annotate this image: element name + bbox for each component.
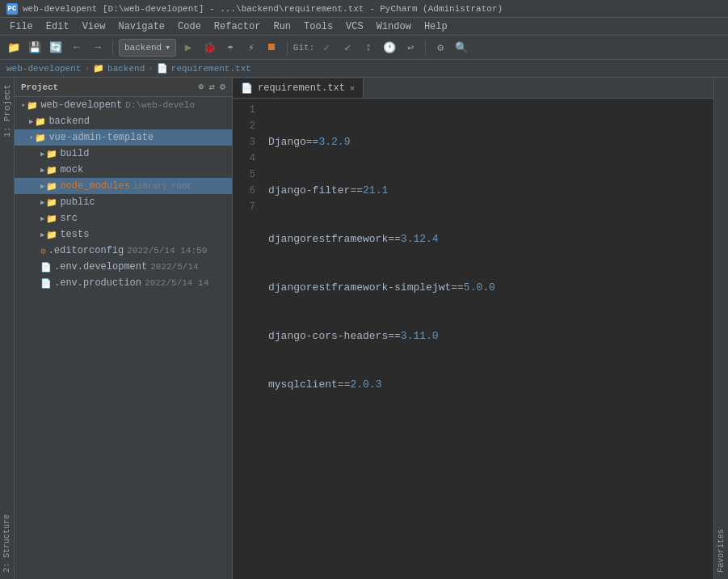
tab-requirement-txt[interactable]: 📄 requirement.txt ✕ [233, 78, 364, 98]
tree-node-modules[interactable]: ▶ 📁 node_modules library root [15, 178, 232, 194]
tree-env-dev[interactable]: 📄 .env.development 2022/5/14 [15, 259, 232, 275]
menu-code[interactable]: Code [171, 19, 208, 34]
folder-icon: 📁 [46, 213, 57, 224]
menu-file[interactable]: File [3, 19, 40, 34]
breadcrumb-root[interactable]: web-developent [6, 64, 81, 74]
folder-icon: 📁 [35, 116, 46, 127]
panel-settings-icon[interactable]: ⚙ [220, 81, 225, 93]
menu-edit[interactable]: Edit [40, 19, 76, 34]
folder-icon: 📁 [35, 133, 46, 143]
panel-header-icons: ⊕ ⇄ ⚙ [198, 81, 225, 93]
arrow-icon: ▾ [29, 133, 33, 142]
menu-refactor[interactable]: Refactor [208, 19, 267, 34]
tree-public-label: public [60, 197, 95, 208]
menu-navigate[interactable]: Navigate [112, 19, 171, 34]
main-area: 1: Project 2: Structure Project ⊕ ⇄ ⚙ ▾ … [0, 78, 728, 579]
tree-editorconfig-label: .editorconfig [48, 245, 124, 256]
project-tab-label[interactable]: 1: Project [1, 78, 14, 144]
menu-window[interactable]: Window [370, 19, 418, 34]
tree-node-modules-label: node_modules [60, 180, 129, 192]
toolbar-save-btn[interactable]: 💾 [26, 39, 44, 57]
title-bar: PC web-developent [D:\web-developent] - … [0, 0, 728, 18]
git-check-icon[interactable]: ✓ [318, 39, 335, 57]
line-num-3: 3 [233, 134, 255, 150]
settings-btn[interactable]: ⚙ [431, 39, 449, 57]
tree-build[interactable]: ▶ 📁 build [15, 146, 232, 162]
git-sync-icon[interactable]: ↕ [360, 39, 377, 57]
tree-editorconfig[interactable]: ⚙ .editorconfig 2022/5/14 14:50 [15, 243, 232, 259]
tab-label: requirement.txt [258, 82, 345, 94]
search-btn[interactable]: 🔍 [452, 39, 470, 57]
tab-file-icon: 📄 [241, 82, 253, 95]
panel-sync-icon[interactable]: ⇄ [209, 81, 215, 93]
dropdown-arrow-icon: ▾ [165, 42, 170, 53]
code-line-6: mysqlclient==2.0.3 [268, 377, 707, 393]
breadcrumb-file[interactable]: requirement.txt [171, 64, 251, 74]
git-clock-icon[interactable]: 🕐 [381, 39, 398, 57]
folder-icon: 📁 [27, 100, 38, 111]
git-label: Git: [293, 43, 314, 53]
toolbar-forward-btn[interactable]: → [89, 39, 107, 57]
line-num-2: 2 [233, 118, 255, 134]
folder-icon: 📁 [46, 197, 57, 208]
tree-tests[interactable]: ▶ 📁 tests [15, 226, 232, 243]
breadcrumb-backend[interactable]: backend [107, 64, 145, 74]
run-coverage-btn[interactable]: ☂ [221, 39, 239, 57]
revert-btn[interactable]: ↩ [402, 39, 419, 57]
project-panel-header: Project ⊕ ⇄ ⚙ [15, 78, 232, 97]
toolbar: 📁 💾 🔄 ← → backend ▾ ▶ 🐞 ☂ ⚡ ⏹ Git: ✓ ✔ ↕… [0, 36, 728, 60]
code-line-1: Django==3.2.9 [268, 134, 707, 150]
file-icon: 📄 [40, 262, 52, 273]
structure-tab-label[interactable]: 2: Structure [1, 508, 13, 579]
tree-root[interactable]: ▾ 📁 web-developent D:\web-develo [15, 97, 232, 113]
profile-btn[interactable]: ⚡ [242, 39, 260, 57]
right-tabs-strip: Favorites [713, 78, 728, 579]
toolbar-sep-2 [287, 40, 288, 55]
debug-btn[interactable]: 🐞 [200, 39, 218, 57]
folder-icon: 📁 [46, 230, 57, 240]
menu-bar: File Edit View Navigate Code Refactor Ru… [0, 18, 728, 36]
run-config-label: backend [124, 43, 162, 53]
tree-src[interactable]: ▶ 📁 src [15, 210, 232, 226]
code-line-3: djangorestframework==3.12.4 [268, 231, 707, 247]
menu-vcs[interactable]: VCS [339, 19, 370, 34]
run-btn[interactable]: ▶ [179, 39, 197, 57]
tree-env-prod[interactable]: 📄 .env.production 2022/5/14 14 [15, 275, 232, 291]
folder-icon: 📁 [46, 149, 57, 159]
line-num-1: 1 [233, 102, 255, 118]
library-root-label: library root [133, 182, 191, 191]
favorites-tab-label[interactable]: Favorites [715, 522, 727, 579]
arrow-icon: ▶ [40, 198, 44, 207]
toolbar-back-btn[interactable]: ← [68, 39, 86, 57]
code-line-2: django-filter==21.1 [268, 183, 707, 199]
tree-build-label: build [60, 148, 89, 159]
panel-add-icon[interactable]: ⊕ [198, 81, 204, 93]
arrow-icon: ▶ [40, 182, 44, 191]
tree-backend[interactable]: ▶ 📁 backend [15, 113, 232, 129]
tab-close-btn[interactable]: ✕ [350, 83, 355, 93]
editor-tabs: 📄 requirement.txt ✕ [233, 78, 713, 99]
toolbar-sync-btn[interactable]: 🔄 [47, 39, 65, 57]
breadcrumb: web-developent › 📁 backend › 📄 requireme… [0, 60, 728, 78]
tree-mock-label: mock [60, 164, 83, 175]
menu-view[interactable]: View [76, 19, 112, 34]
menu-run[interactable]: Run [267, 19, 297, 34]
stop-btn[interactable]: ⏹ [263, 39, 281, 57]
project-panel-title: Project [21, 82, 58, 92]
code-editor[interactable]: 1 2 3 4 5 6 7 Django==3.2.9 django-filte… [233, 99, 713, 579]
git-tick-icon[interactable]: ✔ [339, 39, 356, 57]
file-icon: 📄 [40, 278, 52, 289]
toolbar-open-btn[interactable]: 📁 [5, 39, 23, 57]
menu-tools[interactable]: Tools [297, 19, 339, 34]
tree-vue-label: vue-admin-template [48, 132, 154, 143]
line-num-6: 6 [233, 183, 255, 199]
menu-help[interactable]: Help [418, 19, 454, 34]
tree-mock[interactable]: ▶ 📁 mock [15, 162, 232, 178]
run-config-dropdown[interactable]: backend ▾ [119, 39, 176, 57]
editor-area: 📄 requirement.txt ✕ 1 2 3 4 5 6 7 Django… [233, 78, 713, 579]
code-line-4: djangorestframework-simplejwt==5.0.0 [268, 280, 707, 296]
tree-public[interactable]: ▶ 📁 public [15, 194, 232, 210]
tree-vue-admin[interactable]: ▾ 📁 vue-admin-template [15, 129, 232, 146]
tree-editorconfig-date: 2022/5/14 14:50 [127, 246, 207, 256]
code-content[interactable]: Django==3.2.9 django-filter==21.1 django… [262, 99, 713, 579]
